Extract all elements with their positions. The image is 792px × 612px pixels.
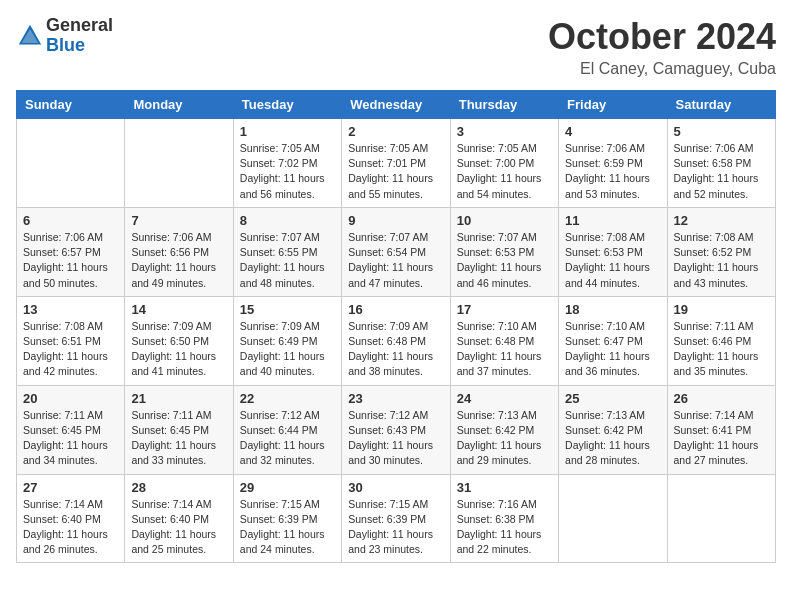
- day-info: Sunrise: 7:06 AM Sunset: 6:56 PM Dayligh…: [131, 230, 226, 291]
- logo-general-text: General: [46, 16, 113, 36]
- logo-icon: [16, 22, 44, 50]
- day-info: Sunrise: 7:05 AM Sunset: 7:00 PM Dayligh…: [457, 141, 552, 202]
- day-cell: 1Sunrise: 7:05 AM Sunset: 7:02 PM Daylig…: [233, 119, 341, 208]
- day-number: 29: [240, 480, 335, 495]
- day-number: 16: [348, 302, 443, 317]
- day-cell: [559, 474, 667, 563]
- title-block: October 2024 El Caney, Camaguey, Cuba: [548, 16, 776, 78]
- day-cell: 16Sunrise: 7:09 AM Sunset: 6:48 PM Dayli…: [342, 296, 450, 385]
- location: El Caney, Camaguey, Cuba: [548, 60, 776, 78]
- day-info: Sunrise: 7:09 AM Sunset: 6:50 PM Dayligh…: [131, 319, 226, 380]
- calendar-body: 1Sunrise: 7:05 AM Sunset: 7:02 PM Daylig…: [17, 119, 776, 563]
- day-cell: 18Sunrise: 7:10 AM Sunset: 6:47 PM Dayli…: [559, 296, 667, 385]
- logo-blue-text: Blue: [46, 36, 113, 56]
- day-info: Sunrise: 7:07 AM Sunset: 6:53 PM Dayligh…: [457, 230, 552, 291]
- day-number: 7: [131, 213, 226, 228]
- calendar-header: SundayMondayTuesdayWednesdayThursdayFrid…: [17, 91, 776, 119]
- day-number: 15: [240, 302, 335, 317]
- day-info: Sunrise: 7:09 AM Sunset: 6:48 PM Dayligh…: [348, 319, 443, 380]
- day-cell: 23Sunrise: 7:12 AM Sunset: 6:43 PM Dayli…: [342, 385, 450, 474]
- page-header: General Blue October 2024 El Caney, Cama…: [16, 16, 776, 78]
- day-number: 11: [565, 213, 660, 228]
- calendar-table: SundayMondayTuesdayWednesdayThursdayFrid…: [16, 90, 776, 563]
- day-number: 30: [348, 480, 443, 495]
- day-cell: [667, 474, 775, 563]
- day-info: Sunrise: 7:13 AM Sunset: 6:42 PM Dayligh…: [565, 408, 660, 469]
- header-cell-wednesday: Wednesday: [342, 91, 450, 119]
- day-info: Sunrise: 7:10 AM Sunset: 6:48 PM Dayligh…: [457, 319, 552, 380]
- day-cell: 26Sunrise: 7:14 AM Sunset: 6:41 PM Dayli…: [667, 385, 775, 474]
- day-cell: 7Sunrise: 7:06 AM Sunset: 6:56 PM Daylig…: [125, 207, 233, 296]
- day-info: Sunrise: 7:06 AM Sunset: 6:58 PM Dayligh…: [674, 141, 769, 202]
- day-number: 9: [348, 213, 443, 228]
- day-number: 24: [457, 391, 552, 406]
- day-cell: 3Sunrise: 7:05 AM Sunset: 7:00 PM Daylig…: [450, 119, 558, 208]
- day-cell: 29Sunrise: 7:15 AM Sunset: 6:39 PM Dayli…: [233, 474, 341, 563]
- day-cell: 27Sunrise: 7:14 AM Sunset: 6:40 PM Dayli…: [17, 474, 125, 563]
- header-cell-friday: Friday: [559, 91, 667, 119]
- day-info: Sunrise: 7:10 AM Sunset: 6:47 PM Dayligh…: [565, 319, 660, 380]
- logo-text: General Blue: [46, 16, 113, 56]
- month-title: October 2024: [548, 16, 776, 58]
- day-number: 17: [457, 302, 552, 317]
- day-info: Sunrise: 7:16 AM Sunset: 6:38 PM Dayligh…: [457, 497, 552, 558]
- day-info: Sunrise: 7:14 AM Sunset: 6:40 PM Dayligh…: [131, 497, 226, 558]
- day-info: Sunrise: 7:08 AM Sunset: 6:51 PM Dayligh…: [23, 319, 118, 380]
- day-info: Sunrise: 7:08 AM Sunset: 6:52 PM Dayligh…: [674, 230, 769, 291]
- day-number: 23: [348, 391, 443, 406]
- day-number: 2: [348, 124, 443, 139]
- day-number: 13: [23, 302, 118, 317]
- day-info: Sunrise: 7:11 AM Sunset: 6:45 PM Dayligh…: [131, 408, 226, 469]
- day-cell: 28Sunrise: 7:14 AM Sunset: 6:40 PM Dayli…: [125, 474, 233, 563]
- day-cell: 14Sunrise: 7:09 AM Sunset: 6:50 PM Dayli…: [125, 296, 233, 385]
- day-info: Sunrise: 7:07 AM Sunset: 6:54 PM Dayligh…: [348, 230, 443, 291]
- day-number: 19: [674, 302, 769, 317]
- day-cell: 4Sunrise: 7:06 AM Sunset: 6:59 PM Daylig…: [559, 119, 667, 208]
- day-cell: [17, 119, 125, 208]
- day-cell: 31Sunrise: 7:16 AM Sunset: 6:38 PM Dayli…: [450, 474, 558, 563]
- day-number: 26: [674, 391, 769, 406]
- header-cell-sunday: Sunday: [17, 91, 125, 119]
- day-number: 25: [565, 391, 660, 406]
- week-row-1: 6Sunrise: 7:06 AM Sunset: 6:57 PM Daylig…: [17, 207, 776, 296]
- logo: General Blue: [16, 16, 113, 56]
- day-info: Sunrise: 7:11 AM Sunset: 6:45 PM Dayligh…: [23, 408, 118, 469]
- day-number: 21: [131, 391, 226, 406]
- day-number: 5: [674, 124, 769, 139]
- day-info: Sunrise: 7:14 AM Sunset: 6:41 PM Dayligh…: [674, 408, 769, 469]
- day-number: 31: [457, 480, 552, 495]
- day-number: 27: [23, 480, 118, 495]
- day-number: 1: [240, 124, 335, 139]
- day-cell: 13Sunrise: 7:08 AM Sunset: 6:51 PM Dayli…: [17, 296, 125, 385]
- day-info: Sunrise: 7:08 AM Sunset: 6:53 PM Dayligh…: [565, 230, 660, 291]
- day-cell: 2Sunrise: 7:05 AM Sunset: 7:01 PM Daylig…: [342, 119, 450, 208]
- day-number: 8: [240, 213, 335, 228]
- day-info: Sunrise: 7:07 AM Sunset: 6:55 PM Dayligh…: [240, 230, 335, 291]
- day-cell: 5Sunrise: 7:06 AM Sunset: 6:58 PM Daylig…: [667, 119, 775, 208]
- day-cell: 24Sunrise: 7:13 AM Sunset: 6:42 PM Dayli…: [450, 385, 558, 474]
- day-cell: 15Sunrise: 7:09 AM Sunset: 6:49 PM Dayli…: [233, 296, 341, 385]
- day-cell: 6Sunrise: 7:06 AM Sunset: 6:57 PM Daylig…: [17, 207, 125, 296]
- day-info: Sunrise: 7:05 AM Sunset: 7:01 PM Dayligh…: [348, 141, 443, 202]
- day-number: 28: [131, 480, 226, 495]
- header-cell-monday: Monday: [125, 91, 233, 119]
- day-number: 22: [240, 391, 335, 406]
- week-row-4: 27Sunrise: 7:14 AM Sunset: 6:40 PM Dayli…: [17, 474, 776, 563]
- day-info: Sunrise: 7:06 AM Sunset: 6:57 PM Dayligh…: [23, 230, 118, 291]
- header-row: SundayMondayTuesdayWednesdayThursdayFrid…: [17, 91, 776, 119]
- day-cell: 20Sunrise: 7:11 AM Sunset: 6:45 PM Dayli…: [17, 385, 125, 474]
- header-cell-tuesday: Tuesday: [233, 91, 341, 119]
- day-info: Sunrise: 7:11 AM Sunset: 6:46 PM Dayligh…: [674, 319, 769, 380]
- day-info: Sunrise: 7:06 AM Sunset: 6:59 PM Dayligh…: [565, 141, 660, 202]
- day-cell: 12Sunrise: 7:08 AM Sunset: 6:52 PM Dayli…: [667, 207, 775, 296]
- header-cell-saturday: Saturday: [667, 91, 775, 119]
- day-cell: [125, 119, 233, 208]
- day-number: 14: [131, 302, 226, 317]
- day-number: 10: [457, 213, 552, 228]
- day-info: Sunrise: 7:12 AM Sunset: 6:43 PM Dayligh…: [348, 408, 443, 469]
- day-cell: 30Sunrise: 7:15 AM Sunset: 6:39 PM Dayli…: [342, 474, 450, 563]
- day-info: Sunrise: 7:05 AM Sunset: 7:02 PM Dayligh…: [240, 141, 335, 202]
- day-info: Sunrise: 7:12 AM Sunset: 6:44 PM Dayligh…: [240, 408, 335, 469]
- day-cell: 17Sunrise: 7:10 AM Sunset: 6:48 PM Dayli…: [450, 296, 558, 385]
- week-row-2: 13Sunrise: 7:08 AM Sunset: 6:51 PM Dayli…: [17, 296, 776, 385]
